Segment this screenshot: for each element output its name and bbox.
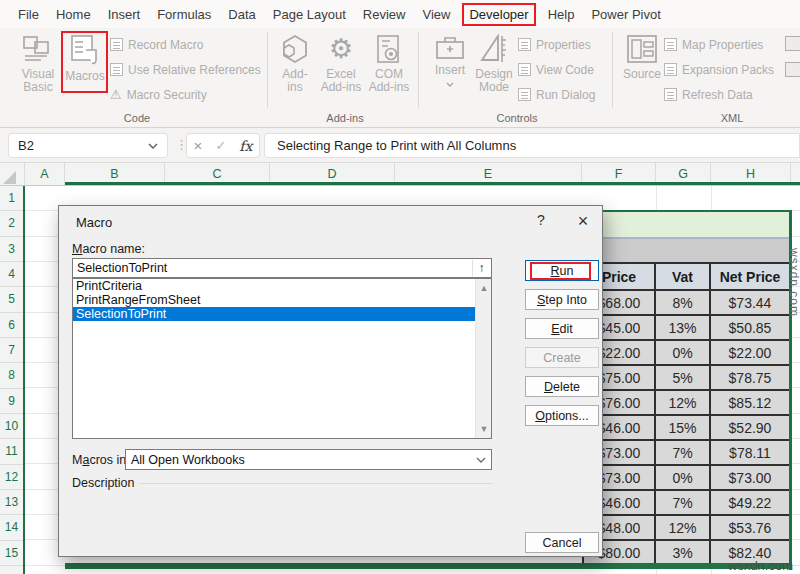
row-header[interactable]: 3 [0,237,23,262]
table-cell[interactable]: $78.11 [711,441,789,464]
export-icon[interactable] [785,62,800,77]
properties-button[interactable]: Properties [518,36,591,53]
table-cell[interactable]: $78.75 [711,366,789,389]
table-cell[interactable]: $73.44 [711,291,789,314]
step-into-button[interactable]: Step Into [525,289,599,310]
edit-button[interactable]: Edit [525,318,599,339]
table-cell[interactable]: 5% [656,366,709,389]
tab-home[interactable]: Home [56,7,91,22]
tab-help[interactable]: Help [548,7,575,22]
tab-file[interactable]: File [18,7,39,22]
record-macro-button[interactable]: Record Macro [110,36,203,53]
macro-list-item[interactable]: PrintRangeFromSheet [73,293,475,307]
scroll-down-icon[interactable]: ▼ [476,424,492,434]
table-cell[interactable]: $53.76 [711,516,789,539]
table-header-cell[interactable]: Net Price [711,264,789,289]
table-cell[interactable]: $85.12 [711,391,789,414]
insert-control-button[interactable]: Insert [430,32,470,90]
row-header[interactable]: 9 [0,389,23,414]
table-cell[interactable]: 13% [656,316,709,339]
row-header[interactable]: 8 [0,363,23,388]
row-header[interactable]: 4 [0,262,23,287]
scroll-up-icon[interactable]: ▲ [476,283,492,293]
run-dialog-icon [518,88,531,101]
source-button[interactable]: Source [620,32,664,81]
description-divider [139,483,493,484]
com-add-ins-button[interactable]: COM Add-ins [364,32,414,94]
cancel-entry-icon[interactable]: × [194,137,203,154]
macros-in-dropdown[interactable]: All Open Workbooks [125,449,492,470]
name-box[interactable]: B2 [8,133,168,158]
table-header-cell[interactable]: Vat [656,264,709,289]
table-cell[interactable]: 7% [656,491,709,514]
tab-page-layout[interactable]: Page Layout [273,7,346,22]
macro-name-field[interactable]: ↑ [72,258,492,278]
table-cell[interactable]: 7% [656,441,709,464]
table-cell[interactable]: $22.00 [711,341,789,364]
macro-security-button[interactable]: ⚠ Macro Security [110,86,207,103]
table-cell[interactable]: 12% [656,391,709,414]
tab-power-pivot[interactable]: Power Pivot [591,7,660,22]
insert-function-icon[interactable]: fx [239,138,252,154]
map-properties-button[interactable]: Map Properties [664,36,763,53]
table-cell[interactable]: 8% [656,291,709,314]
macro-list-item[interactable]: PrintCriteria [73,279,475,293]
help-icon[interactable]: ? [527,212,555,232]
delete-button[interactable]: Delete [525,376,599,397]
close-icon[interactable]: × [567,209,599,233]
import-icon[interactable] [785,36,800,51]
selected-columns-underline [65,182,800,185]
table-cell[interactable]: 0% [656,466,709,489]
tab-formulas[interactable]: Formulas [157,7,211,22]
row-header[interactable]: 12 [0,465,23,490]
formula-input[interactable]: Selecting Range to Print with All Column… [264,133,800,158]
row-header[interactable]: 11 [0,439,23,464]
formula-text: Selecting Range to Print with All Column… [277,138,516,153]
tab-review[interactable]: Review [363,7,406,22]
table-cell[interactable]: 0% [656,341,709,364]
confirm-entry-icon[interactable]: ✓ [215,138,226,153]
table-cell[interactable]: $73.00 [711,466,789,489]
macro-list-item-selected[interactable]: SelectionToPrint [73,307,475,321]
row-header[interactable]: 13 [0,490,23,515]
tab-developer[interactable]: Developer [462,3,535,26]
push-to-top-icon[interactable]: ↑ [472,260,490,276]
tab-insert[interactable]: Insert [108,7,141,22]
macro-dialog: Macro ? × Macro name: ↑ PrintCriteria Pr… [58,205,603,557]
use-relative-references-button[interactable]: Use Relative References [110,61,261,78]
macro-list[interactable]: PrintCriteria PrintRangeFromSheet Select… [72,278,492,439]
row-header[interactable]: 7 [0,338,23,363]
expansion-packs-button[interactable]: Expansion Packs [664,61,774,78]
row-header[interactable]: 6 [0,313,23,338]
design-mode-button[interactable]: Design Mode [472,32,516,94]
excel-add-ins-button[interactable]: ⚙ Excel Add-ins [318,32,364,94]
add-ins-button[interactable]: Add- ins [272,32,318,94]
list-scrollbar[interactable]: ▲ ▼ [475,279,491,438]
table-cell[interactable]: 12% [656,516,709,539]
view-code-button[interactable]: View Code [518,61,594,78]
cancel-button[interactable]: Cancel [525,532,599,553]
row-header[interactable]: 15 [0,541,23,566]
tab-data[interactable]: Data [228,7,255,22]
row-header[interactable]: 1 [0,186,23,211]
macro-name-input[interactable] [73,259,471,277]
table-cell[interactable]: $52.90 [711,416,789,439]
tab-view[interactable]: View [422,7,450,22]
column-header-a[interactable]: A [25,163,65,185]
row-header[interactable]: 5 [0,287,23,312]
table-cell[interactable]: $49.22 [711,491,789,514]
options-button[interactable]: Options... [525,405,599,426]
select-all-corner[interactable] [0,163,25,185]
run-dialog-button[interactable]: Run Dialog [518,86,595,103]
row-header[interactable]: 10 [0,414,23,439]
excel-add-ins-gear-icon: ⚙ [318,34,364,64]
create-button[interactable]: Create [525,347,599,368]
table-cell[interactable]: 3% [656,541,709,564]
table-cell[interactable]: $50.85 [711,316,789,339]
row-header[interactable]: 2 [0,211,23,236]
row-header[interactable]: 14 [0,515,23,540]
visual-basic-button[interactable]: Visual Basic [16,32,60,94]
table-cell[interactable]: 15% [656,416,709,439]
refresh-data-button[interactable]: Refresh Data [664,86,753,103]
chevron-down-icon[interactable] [148,143,158,149]
